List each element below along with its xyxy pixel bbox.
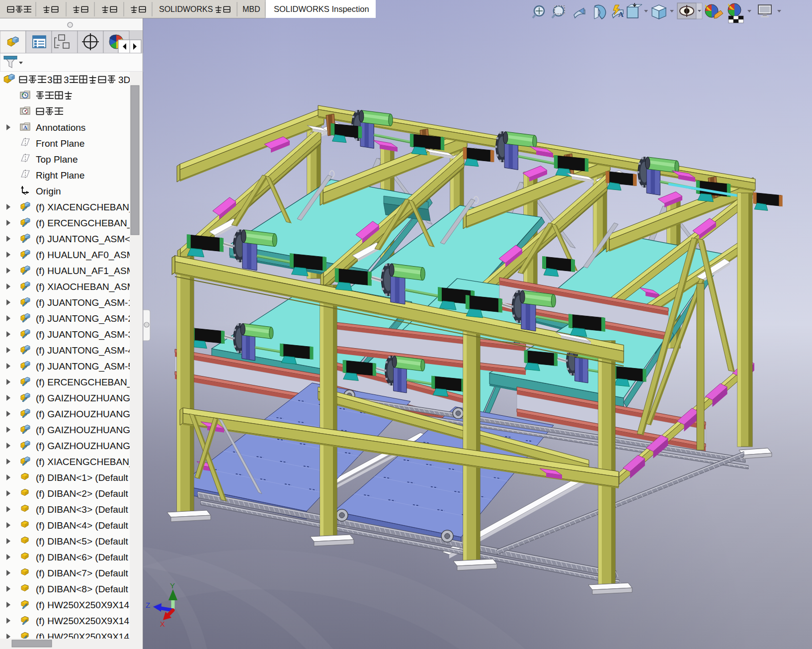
svg-text:(f) GAIZHOUZHUANG: (f) GAIZHOUZHUANG (36, 441, 130, 451)
svg-text:Top Plane: Top Plane (36, 154, 78, 165)
svg-text:A: A (23, 124, 27, 130)
svg-text:(f) XIACENGCHEBAN_: (f) XIACENGCHEBAN_ (36, 202, 135, 213)
svg-text:(f) JUANTONG_ASM<: (f) JUANTONG_ASM< (36, 234, 130, 245)
svg-text:(f) HUALUN_AF0_ASM: (f) HUALUN_AF0_ASM (36, 250, 135, 261)
svg-text:A: A (618, 10, 624, 18)
svg-text:(f) JUANTONG_ASM-5: (f) JUANTONG_ASM-5 (36, 361, 133, 372)
svg-text:(f) GAIZHOUZHUANG: (f) GAIZHOUZHUANG (36, 393, 130, 403)
svg-text:SOLIDWORKS: SOLIDWORKS (159, 5, 213, 13)
svg-text:(f) HW250X250X9X14: (f) HW250X250X9X14 (36, 600, 129, 610)
svg-text:Origin: Origin (36, 186, 61, 196)
svg-text:(f) DIBAN<2> (Default: (f) DIBAN<2> (Default (36, 488, 129, 499)
svg-text:(f) JUANTONG_ASM-4: (f) JUANTONG_ASM-4 (36, 345, 133, 356)
svg-text:(f) DIBAN<4> (Default: (f) DIBAN<4> (Default (36, 520, 129, 531)
svg-text:Z: Z (146, 601, 150, 609)
svg-text:(f) XIAOCHEBAN_ASM: (f) XIAOCHEBAN_ASM (36, 281, 135, 292)
svg-text:Y: Y (170, 581, 175, 590)
svg-text:(f) JUANTONG_ASM-1: (f) JUANTONG_ASM-1 (36, 297, 133, 308)
svg-text:Annotations: Annotations (36, 122, 85, 133)
svg-text:SOLIDWORKS Inspection: SOLIDWORKS Inspection (274, 4, 369, 13)
svg-text:Front Plane: Front Plane (36, 138, 84, 149)
svg-text:3D: 3D (118, 75, 130, 85)
svg-text:(f) DIBAN<8> (Default: (f) DIBAN<8> (Default (36, 584, 129, 594)
svg-text:(f) HUALUN_AF1_ASM: (f) HUALUN_AF1_ASM (36, 266, 135, 277)
svg-text:(f) GAIZHOUZHUANG: (f) GAIZHOUZHUANG (36, 425, 130, 435)
svg-text:(f) DIBAN<1> (Default: (f) DIBAN<1> (Default (36, 472, 129, 483)
svg-text:(f) DIBAN<3> (Default: (f) DIBAN<3> (Default (36, 504, 129, 515)
svg-text:Right Plane: Right Plane (36, 170, 84, 181)
svg-text:(f) HW250X250X9X14: (f) HW250X250X9X14 (36, 616, 129, 626)
svg-text:3: 3 (47, 75, 53, 85)
svg-text:3: 3 (64, 75, 69, 85)
svg-text:MBD: MBD (243, 5, 260, 13)
svg-text:(f) DIBAN<6> (Default: (f) DIBAN<6> (Default (36, 552, 129, 562)
svg-text:(f) ERCENGCHEBAN_A: (f) ERCENGCHEBAN_A (36, 377, 139, 388)
svg-text:(f) GAIZHOUZHUANG: (f) GAIZHOUZHUANG (36, 409, 130, 419)
svg-text:(f) ERCENGCHEBAN_A: (f) ERCENGCHEBAN_A (36, 218, 139, 229)
svg-text:(f) XIACENGCHEBAN_: (f) XIACENGCHEBAN_ (36, 457, 135, 467)
svg-text:(f) JUANTONG_ASM-3: (f) JUANTONG_ASM-3 (36, 329, 133, 340)
svg-text:(f) DIBAN<5> (Default: (f) DIBAN<5> (Default (36, 536, 129, 547)
svg-text:(f) JUANTONG_ASM-2: (f) JUANTONG_ASM-2 (36, 313, 133, 324)
svg-text:(f) DIBAN<7> (Default: (f) DIBAN<7> (Default (36, 568, 129, 578)
svg-text:X: X (160, 620, 165, 628)
